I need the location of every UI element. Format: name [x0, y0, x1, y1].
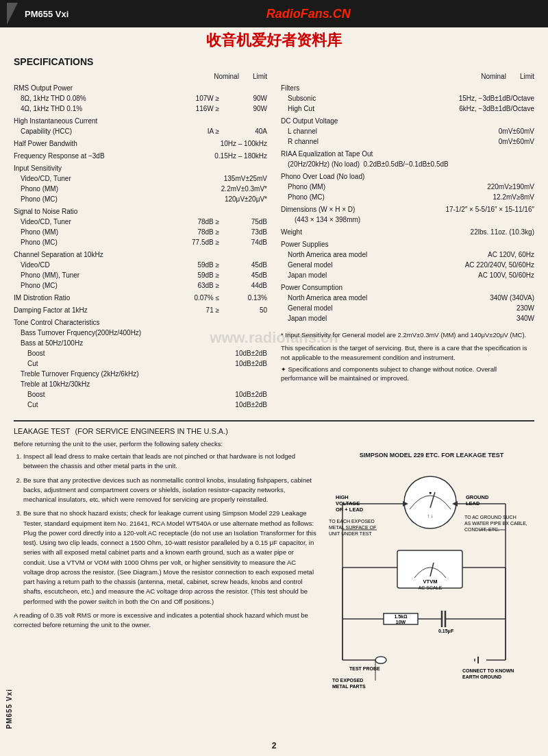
hcc-section: High Instantaneous Current Capability (H…: [14, 116, 267, 136]
site-name: RadioFans.CN: [75, 7, 541, 21]
chan-mm: Phono (MM), Tuner 59dB ≥45dB: [14, 270, 267, 280]
svg-point-45: [375, 657, 386, 663]
leakage-steps: Inspect all lead dress to make certain t…: [14, 452, 318, 607]
leakage-step3: Be sure that no shock hazard exists; che…: [23, 509, 318, 607]
svg-text:TO EACH EXPOSED: TO EACH EXPOSED: [329, 519, 375, 524]
header: PM655 Vxi RadioFans.CN: [0, 0, 548, 27]
leakage-section: LEAKAGE TEST (FOR SERVICE ENGINEERS IN T…: [0, 426, 548, 696]
phono-mc-ol: Phono (MC) 12.2mV≥8mV: [281, 192, 534, 202]
filters-label: Filters: [281, 83, 534, 93]
dimensions-row: Dimensions (W × H × D) 17-1/2″ × 5-5/16″…: [281, 204, 534, 215]
bass-cut: Cut 10dB±2dB: [14, 358, 267, 369]
dc-voltage-label: DC Output Voltage: [281, 116, 534, 126]
dimensions-mm: (443 × 134 × 398mm): [281, 215, 534, 225]
specs-container: Nominal Limit RMS Output Power 8Ω, 1kHz …: [14, 71, 534, 412]
bass-turnover-label: Bass Turnover Frquency(200Hz/400Hz): [14, 328, 267, 338]
treble-cut: Cut 10dB±2dB: [14, 400, 267, 410]
channel-sep-section: Channel Separation at 10kHz Video/CD 59d…: [14, 249, 267, 291]
treble-at-label: Treble at 10kHz/30kHz: [14, 379, 267, 389]
svg-text:●: ●: [429, 490, 432, 495]
svg-text:HIGH: HIGH: [336, 494, 349, 500]
specs-right-header: Nominal Limit: [281, 71, 534, 82]
damping-section: Damping Factor at 1kHz 71 ≥50: [14, 305, 267, 315]
svg-text:CONDUIT, ETC.: CONDUIT, ETC.: [464, 527, 499, 532]
ps-general: General model AC 220/240V, 50/60Hz: [281, 260, 534, 270]
leakage-content: Inspect all lead dress to make certain t…: [14, 452, 534, 696]
tone-control-label: Tone Control Characteristics: [14, 317, 267, 328]
rms-section: RMS Output Power 8Ω, 1kHz THD 0.08% 107W…: [14, 83, 267, 114]
svg-text:GROUND: GROUND: [466, 494, 489, 500]
nominal-header-right: Nominal: [481, 71, 506, 82]
specs-right: Nominal Limit Filters Subsonic 15Hz, −3d…: [281, 71, 534, 412]
chan-mc: Phono (MC) 63dB ≥44dB: [14, 280, 267, 291]
bass-boost: Boost 10dB±2dB: [14, 348, 267, 358]
bass-at-label: Bass at 50Hz/100Hz: [14, 338, 267, 348]
riaa-section: RIAA Equalization at Tape Out (20Hz/20kH…: [281, 149, 534, 169]
rms-8ohm: 8Ω, 1kHz THD 0.08% 107W ≥90W: [14, 93, 267, 103]
svg-point-0: [404, 476, 456, 528]
riaa-row: (20Hz/20kHz) (No load) 0.2dB±0.5dB/−0.1d…: [281, 159, 534, 169]
leakage-step2: Be sure that any protective devices such…: [23, 476, 318, 505]
limit-header-right: Limit: [520, 71, 534, 82]
rms-label: RMS Output Power: [14, 83, 267, 93]
snr-label: Signal to Noise Ratio: [14, 206, 267, 217]
nominal-header-left: Nominal: [214, 71, 239, 82]
phono-overload-label: Phono Over Load (No load): [281, 171, 534, 182]
pc-japan: Japan model 340W: [281, 313, 534, 324]
diagram-title: SIMPSON MODEL 229 ETC. FOR LEAKAGE TEST: [329, 452, 534, 459]
svg-text:EARTH GROUND: EARTH GROUND: [462, 674, 501, 679]
limit-header-left: Limit: [253, 71, 267, 82]
leakage-title: LEAKAGE TEST (FOR SERVICE ENGINEERS IN T…: [14, 426, 534, 436]
model-label: PM655 Vxi: [18, 6, 75, 22]
filter-highcut: High Cut 6kHz, −3dB±1dB/Octave: [281, 103, 534, 114]
filter-subsonic: Subsonic 15Hz, −3dB±1dB/Octave: [281, 93, 534, 103]
chan-sep-label: Channel Separation at 10kHz: [14, 249, 267, 260]
circuit-diagram: ● ↑ ↓ HIGH VOLTAGE OR + LEAD: [329, 461, 531, 694]
riaa-label: RIAA Equalization at Tape Out: [281, 149, 534, 159]
leakage-subtitle: (FOR SERVICE ENGINEERS IN THE U.S.A.): [75, 427, 228, 435]
page-footer: PM655 Vxi 2: [0, 701, 548, 707]
filters-section: Filters Subsonic 15Hz, −3dB±1dB/Octave H…: [281, 83, 534, 114]
specs-title: SPECIFICATIONS: [14, 56, 534, 67]
im-section: IM Distrotion Ratio 0.07% ≤0.13%: [14, 293, 267, 303]
leakage-text: Inspect all lead dress to make certain t…: [14, 452, 318, 696]
pc-na: North America area model 340W (340VA): [281, 293, 534, 303]
svg-text:AS WATER PIPE BX CABLE,: AS WATER PIPE BX CABLE,: [464, 521, 527, 526]
footnote3: ✦ Specifications and components subject …: [281, 365, 534, 383]
specs-left: Nominal Limit RMS Output Power 8Ω, 1kHz …: [14, 71, 267, 412]
ps-japan: Japan model AC 100V, 50/60Hz: [281, 270, 534, 280]
svg-text:VTVM: VTVM: [423, 578, 438, 585]
treble-boost: Boost 10dB±2dB: [14, 389, 267, 400]
tone-control-section: Tone Control Characteristics Bass Turnov…: [14, 317, 267, 410]
treble-turnover-label: Treble Turnover Frquency (2kHz/6kHz): [14, 369, 267, 379]
svg-text:1.5kΩ: 1.5kΩ: [394, 614, 408, 619]
footnote3-text: Specifications and components subject to…: [281, 365, 497, 382]
weight-section: Weight 22lbs. 11oz. (10.3kg): [281, 227, 534, 237]
svg-text:LEAD: LEAD: [466, 500, 480, 507]
svg-text:TO EXPOSED: TO EXPOSED: [332, 678, 363, 683]
specs-left-header: Nominal Limit: [14, 71, 267, 82]
footnote1: * Input Sensitivity for General model ar…: [281, 330, 534, 339]
svg-text:TO AC GROUND SUCH: TO AC GROUND SUCH: [464, 515, 516, 520]
power-consumption-section: Power Consumption North America area mod…: [281, 282, 534, 324]
dimensions-section: Dimensions (W × H × D) 17-1/2″ × 5-5/16″…: [281, 204, 534, 225]
chinese-banner: 收音机爱好者资料库: [0, 27, 548, 52]
svg-text:METAL SURFACE OF: METAL SURFACE OF: [329, 525, 376, 530]
svg-text:METAL PARTS: METAL PARTS: [332, 684, 366, 689]
leakage-intro: Before returning the unit to the user, p…: [14, 440, 534, 448]
svg-text:UNIT UNDER TEST: UNIT UNDER TEST: [329, 531, 372, 536]
svg-text:AC SCALE: AC SCALE: [419, 585, 443, 590]
snr-mm: Phono (MM) 78dB ≥73dB: [14, 227, 267, 237]
chan-vcd: Video/CD 59dB ≥45dB: [14, 260, 267, 270]
leakage-diagram: SIMPSON MODEL 229 ETC. FOR LEAKAGE TEST …: [329, 452, 534, 696]
hcc-row: Capability (HCC) IA ≥40A: [14, 126, 267, 136]
input-mc: Phono (MC) 120μV±20μV*: [14, 194, 267, 204]
page-number: 2: [272, 741, 277, 751]
svg-text:10W: 10W: [396, 620, 406, 624]
snr-vcd: Video/CD, Tuner 78dB ≥75dB: [14, 217, 267, 227]
side-label: PM655 Vxi: [5, 689, 13, 729]
input-sens-section: Input Sensitivity Video/CD, Tuner 135mV±…: [14, 163, 267, 204]
dc-r: R channel 0mV±60mV: [281, 136, 534, 147]
svg-text:0.15μF: 0.15μF: [438, 629, 454, 634]
phono-mm-ol: Phono (MM) 220mV≥190mV: [281, 182, 534, 192]
